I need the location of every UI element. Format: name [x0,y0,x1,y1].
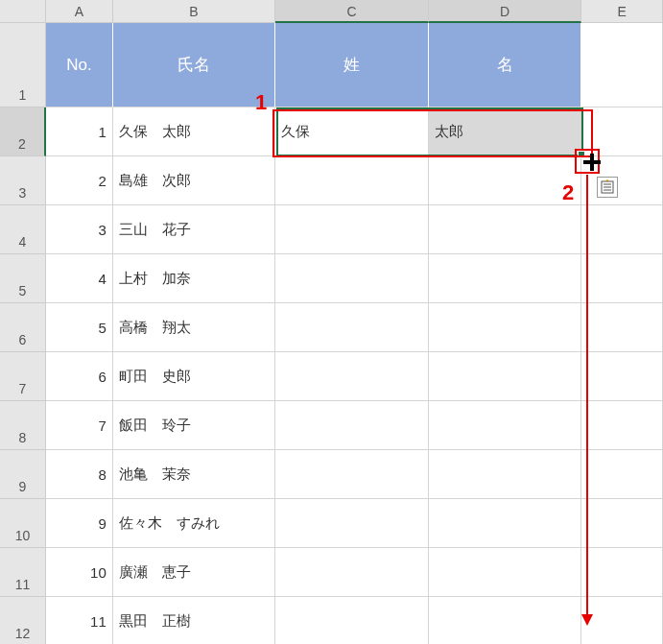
col-header-a[interactable]: A [46,0,113,23]
column-headers: A B C D E [46,0,663,23]
row-headers: 1 2 3 4 5 6 7 8 9 10 11 12 [0,23,46,644]
cell-name[interactable]: 三山 花子 [113,205,275,254]
cell-e[interactable] [581,107,663,156]
table-header-row: No. 氏名 姓 名 [46,23,663,107]
cell-name[interactable]: 池亀 茉奈 [113,450,275,499]
row-header-4[interactable]: 4 [0,205,46,254]
table-row: 10 廣瀬 恵子 [46,548,663,597]
table-row: 9 佐々木 すみれ [46,499,663,548]
cell-no[interactable]: 5 [46,303,113,352]
row-header-8[interactable]: 8 [0,401,46,450]
header-mei[interactable]: 名 [429,23,582,107]
cell-no[interactable]: 10 [46,548,113,597]
table-row: 8 池亀 茉奈 [46,450,663,499]
cell-e[interactable] [581,401,663,450]
cell-name[interactable]: 高橋 翔太 [113,303,275,352]
cell-e[interactable] [581,597,663,644]
col-header-d[interactable]: D [429,0,582,23]
cell-sei[interactable]: 久保 [275,107,429,156]
autofill-options-button[interactable] [597,177,618,198]
cell-mei[interactable] [429,254,582,303]
cell-sei[interactable] [275,401,429,450]
row-header-10[interactable]: 10 [0,499,46,548]
col-header-c[interactable]: C [275,0,429,23]
cell-no[interactable]: 8 [46,450,113,499]
cell-name[interactable]: 黒田 正樹 [113,597,275,644]
cell-mei[interactable] [429,156,582,205]
cell-e1[interactable] [581,23,663,107]
row-header-3[interactable]: 3 [0,156,46,205]
col-header-b[interactable]: B [113,0,275,23]
cell-no[interactable]: 2 [46,156,113,205]
cell-name[interactable]: 島雄 次郎 [113,156,275,205]
cell-e[interactable] [581,254,663,303]
cell-mei[interactable] [429,450,582,499]
cell-sei[interactable] [275,450,429,499]
cell-name[interactable]: 町田 史郎 [113,352,275,401]
table-row: 7 飯田 玲子 [46,401,663,450]
cell-sei[interactable] [275,499,429,548]
cell-no[interactable]: 6 [46,352,113,401]
cell-name[interactable]: 佐々木 すみれ [113,499,275,548]
cell-mei[interactable] [429,401,582,450]
cell-sei[interactable] [275,352,429,401]
cell-mei[interactable] [429,597,582,644]
cell-name[interactable]: 廣瀬 恵子 [113,548,275,597]
cell-name[interactable]: 上村 加奈 [113,254,275,303]
cell-e[interactable] [581,352,663,401]
table-row: 5 高橋 翔太 [46,303,663,352]
cell-e[interactable] [581,303,663,352]
cell-no[interactable]: 9 [46,499,113,548]
cell-mei[interactable] [429,352,582,401]
row-header-2[interactable]: 2 [0,107,46,156]
cell-name[interactable]: 久保 太郎 [113,107,275,156]
cell-mei[interactable] [429,205,582,254]
row-header-5[interactable]: 5 [0,254,46,303]
table-row: 1 久保 太郎 久保 太郎 [46,107,663,156]
header-no[interactable]: No. [46,23,113,107]
cell-sei[interactable] [275,254,429,303]
select-all-corner[interactable] [0,0,46,23]
cell-sei[interactable] [275,205,429,254]
cell-e[interactable] [581,450,663,499]
cell-e[interactable] [581,548,663,597]
table-row: 6 町田 史郎 [46,352,663,401]
cell-no[interactable]: 11 [46,597,113,644]
cell-e[interactable] [581,205,663,254]
cell-name[interactable]: 飯田 玲子 [113,401,275,450]
cell-no[interactable]: 1 [46,107,113,156]
cell-sei[interactable] [275,303,429,352]
row-header-12[interactable]: 12 [0,597,46,644]
cell-e[interactable] [581,499,663,548]
cell-sei[interactable] [275,156,429,205]
cell-sei[interactable] [275,548,429,597]
cell-no[interactable]: 4 [46,254,113,303]
cell-grid: No. 氏名 姓 名 1 久保 太郎 久保 太郎 2 島雄 次郎 3 三山 花子 [46,23,663,644]
cell-no[interactable]: 3 [46,205,113,254]
row-header-9[interactable]: 9 [0,450,46,499]
table-row: 3 三山 花子 [46,205,663,254]
row-header-1[interactable]: 1 [0,23,46,107]
cell-mei[interactable] [429,499,582,548]
spreadsheet: A B C D E 1 2 3 4 5 6 7 8 9 10 11 12 No.… [0,0,663,644]
cell-e[interactable] [581,156,663,205]
cell-sei[interactable] [275,597,429,644]
header-sei[interactable]: 姓 [275,23,429,107]
row-header-11[interactable]: 11 [0,548,46,597]
row-header-7[interactable]: 7 [0,352,46,401]
table-row: 11 黒田 正樹 [46,597,663,644]
cell-no[interactable]: 7 [46,401,113,450]
table-row: 4 上村 加奈 [46,254,663,303]
cell-mei[interactable] [429,303,582,352]
col-header-e[interactable]: E [581,0,663,23]
cell-mei[interactable]: 太郎 [429,107,582,156]
cell-mei[interactable] [429,548,582,597]
table-row: 2 島雄 次郎 [46,156,663,205]
row-header-6[interactable]: 6 [0,303,46,352]
header-name[interactable]: 氏名 [113,23,275,107]
